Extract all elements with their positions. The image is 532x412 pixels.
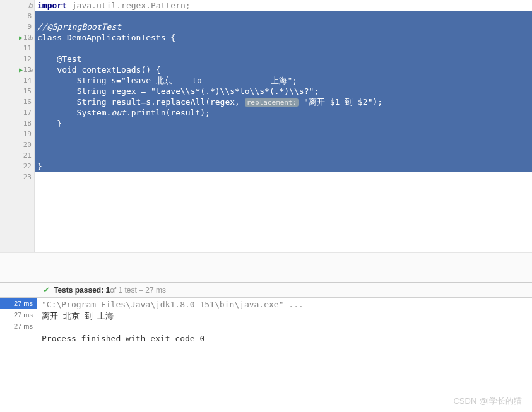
console-area: 27 ms 27 ms 27 ms "C:\Program Files\Java… — [0, 298, 532, 346]
code-line[interactable] — [35, 172, 532, 182]
code-line[interactable]: String s="leave 北京 to 上海"; — [35, 75, 532, 86]
time-cell[interactable]: 27 ms — [0, 321, 37, 332]
fold-icon[interactable]: ⊟ — [30, 35, 33, 41]
test-results-panel: ✔ Tests passed: 1 of 1 test – 27 ms 27 m… — [0, 283, 532, 346]
line-number: 22 — [23, 162, 32, 170]
code-line[interactable]: import java.util.regex.Pattern; — [35, 0, 532, 11]
console-line: 离开 北京 到 上海 — [42, 310, 527, 322]
console-line: Process finished with exit code 0 — [42, 333, 527, 344]
line-number: 21 — [23, 151, 32, 160]
line-number: 19 — [23, 130, 32, 138]
code-line[interactable] — [35, 11, 532, 21]
code-line[interactable]: String result=s.replaceAll(regex, replac… — [35, 97, 532, 107]
line-number: 20 — [23, 141, 32, 149]
code-line[interactable]: @Test — [35, 54, 532, 64]
code-line[interactable]: String regex = "leave\\s*(.*)\\s*to\\s*(… — [35, 86, 532, 97]
param-hint: replacement: — [245, 98, 299, 107]
line-number: 11 — [23, 44, 32, 52]
run-icon[interactable]: ▶ — [19, 66, 23, 73]
time-cell[interactable]: 27 ms — [0, 298, 37, 309]
check-icon: ✔ — [43, 285, 50, 295]
panel-divider[interactable] — [0, 252, 532, 283]
code-line[interactable]: //@SpringBootTest — [35, 21, 532, 32]
fold-icon[interactable]: ⊟ — [30, 3, 33, 9]
console-output[interactable]: "C:\Program Files\Java\jdk1.8.0_151\bin\… — [37, 298, 532, 346]
tests-passed-label: Tests passed: 1 — [54, 286, 110, 295]
time-cell[interactable]: 27 ms — [0, 309, 37, 321]
line-number: 23 — [23, 173, 32, 181]
code-line[interactable] — [35, 139, 532, 150]
fold-icon[interactable]: ⊟ — [30, 67, 33, 73]
tests-passed-suffix: of 1 test – 27 ms — [110, 286, 166, 295]
console-line — [42, 322, 527, 333]
code-line[interactable]: } — [35, 161, 532, 172]
code-line[interactable] — [35, 150, 532, 161]
console-line: "C:\Program Files\Java\jdk1.8.0_151\bin\… — [42, 299, 527, 310]
time-column: 27 ms 27 ms 27 ms — [0, 298, 37, 346]
code-line[interactable]: void contextLoads() { — [35, 64, 532, 75]
code-line[interactable]: class DemoApplicationTests { — [35, 32, 532, 43]
watermark: CSDN @i学长的猫 — [453, 396, 522, 407]
code-editor[interactable]: 7⊟ 8 9 ▶10⊟ 11 12 ▶13⊟ 14 15 16 17 18 19… — [0, 0, 532, 252]
code-line[interactable] — [35, 129, 532, 139]
line-number: 8 — [27, 12, 32, 20]
line-number: 12 — [23, 55, 32, 63]
line-number: 14 — [23, 76, 32, 85]
line-number: 9 — [27, 23, 32, 31]
run-icon[interactable]: ▶ — [19, 34, 23, 41]
code-line[interactable] — [35, 43, 532, 54]
code-line[interactable]: System.out.println(result); — [35, 107, 532, 118]
line-number: 17 — [23, 109, 32, 117]
code-content[interactable]: import java.util.regex.Pattern; //@Sprin… — [35, 0, 532, 252]
gutter: 7⊟ 8 9 ▶10⊟ 11 12 ▶13⊟ 14 15 16 17 18 19… — [0, 0, 35, 252]
code-line[interactable]: } — [35, 118, 532, 129]
line-number: 16 — [23, 98, 32, 106]
line-number: 15 — [23, 87, 32, 95]
test-header: ✔ Tests passed: 1 of 1 test – 27 ms — [0, 283, 532, 298]
line-number: 18 — [23, 119, 32, 127]
